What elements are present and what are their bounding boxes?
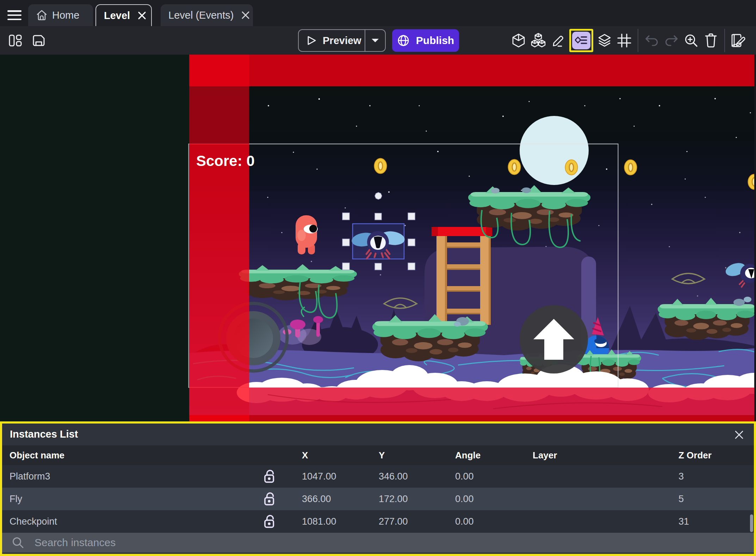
- column-z-order[interactable]: Z Order: [678, 445, 712, 465]
- publish-button[interactable]: Publish: [392, 29, 459, 52]
- redo-icon[interactable]: [662, 29, 681, 52]
- play-icon: [307, 35, 317, 46]
- instances-list-panel: Instances List Object name X Y Angle Lay…: [0, 421, 756, 556]
- table-header-row: Object name X Y Angle Layer Z Order: [2, 445, 754, 465]
- tab-level-close-icon[interactable]: [137, 11, 147, 20]
- menu-icon[interactable]: [7, 10, 21, 20]
- instance-angle: 0.00: [455, 488, 474, 510]
- instance-z-order: 31: [678, 510, 689, 533]
- instance-y: 346.00: [379, 465, 408, 488]
- caret-down-icon: [371, 38, 379, 43]
- column-x[interactable]: X: [302, 445, 308, 465]
- lock-open-icon[interactable]: [262, 510, 278, 533]
- panel-header: Instances List: [2, 424, 754, 445]
- edit-properties-icon[interactable]: [729, 29, 748, 52]
- instance-z-order: 5: [678, 488, 684, 510]
- 3d-box-icon[interactable]: [509, 29, 528, 52]
- instance-x: 1081.00: [302, 510, 336, 533]
- tab-home-label: Home: [52, 10, 79, 21]
- instance-name: Checkpoint: [10, 510, 57, 533]
- preview-label: Preview: [323, 35, 361, 47]
- toolbar-separator: [724, 29, 725, 52]
- instance-name: Fly: [10, 488, 22, 510]
- tab-level-events[interactable]: Level (Events): [161, 4, 253, 26]
- panel-title: Instances List: [10, 428, 78, 440]
- instances-list-highlight: [569, 29, 593, 52]
- tab-home[interactable]: Home: [28, 4, 93, 26]
- table-row[interactable]: Platform3 1047.00 346.00 0.00 3: [2, 465, 754, 488]
- lock-open-icon[interactable]: [262, 488, 278, 510]
- tab-level-events-label: Level (Events): [168, 10, 234, 21]
- table-row[interactable]: Checkpoint 1081.00 277.00 0.00 31: [2, 510, 754, 533]
- column-layer[interactable]: Layer: [533, 445, 557, 465]
- instance-y: 172.00: [379, 488, 408, 510]
- gdevelop-editor: Home Level Level (Events): [0, 0, 756, 556]
- instance-x: 366.00: [302, 488, 331, 510]
- edit-scene-icon[interactable]: [548, 29, 568, 52]
- column-object-name[interactable]: Object name: [10, 445, 64, 465]
- publish-label: Publish: [416, 35, 454, 47]
- instance-y: 277.00: [379, 510, 408, 533]
- panel-close-button[interactable]: [733, 428, 745, 441]
- column-angle[interactable]: Angle: [455, 445, 481, 465]
- close-icon: [734, 430, 744, 440]
- undo-icon[interactable]: [642, 29, 662, 52]
- trash-icon[interactable]: [701, 29, 721, 52]
- search-icon: [12, 537, 24, 549]
- lock-open-icon[interactable]: [262, 465, 278, 488]
- table-row-selected[interactable]: Fly 366.00 172.00 0.00 5: [2, 488, 754, 510]
- preview-button[interactable]: Preview: [298, 29, 386, 52]
- jump-button[interactable]: [520, 305, 588, 373]
- toolbar-separator: [638, 29, 638, 52]
- score-text: Score: 0: [196, 153, 255, 169]
- selected-instance[interactable]: [351, 224, 406, 259]
- search-instances-input[interactable]: [35, 537, 563, 549]
- zoom-in-icon[interactable]: [681, 29, 701, 52]
- game-scene: Score: 0: [0, 55, 756, 421]
- tab-level[interactable]: Level: [95, 4, 152, 26]
- home-icon: [36, 9, 48, 21]
- tab-level-events-close-icon[interactable]: [241, 11, 250, 20]
- objects-icon[interactable]: [528, 29, 548, 52]
- project-manager-icon[interactable]: [9, 35, 22, 47]
- instance-name: Platform3: [10, 465, 50, 488]
- tab-bar: Home Level Level (Events): [0, 0, 756, 26]
- search-bar: [2, 533, 754, 552]
- instance-x: 1047.00: [302, 465, 336, 488]
- panel-scrollbar[interactable]: [750, 514, 753, 532]
- instance-angle: 0.00: [455, 510, 474, 533]
- moon: [520, 116, 589, 185]
- scene-canvas[interactable]: Score: 0 22;723: [0, 55, 756, 421]
- instances-list-icon[interactable]: [572, 32, 590, 49]
- preview-dropdown[interactable]: [365, 30, 385, 51]
- layers-icon[interactable]: [595, 29, 614, 52]
- instance-z-order: 3: [678, 465, 684, 488]
- column-y[interactable]: Y: [379, 445, 385, 465]
- instance-angle: 0.00: [455, 465, 474, 488]
- grid-icon[interactable]: [614, 29, 634, 52]
- save-icon[interactable]: [32, 34, 45, 47]
- globe-icon: [397, 34, 410, 47]
- tab-level-label: Level: [104, 10, 130, 21]
- toolbar: Preview Publish: [0, 26, 756, 55]
